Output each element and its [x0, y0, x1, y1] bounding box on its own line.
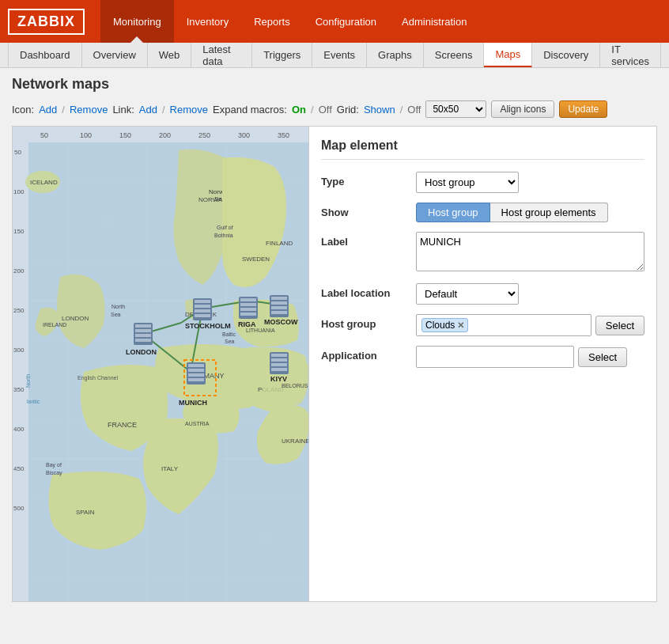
clouds-tag-remove[interactable]: ✕	[457, 320, 464, 331]
nav-monitoring[interactable]: Monitoring	[100, 0, 174, 43]
map-area[interactable]: 50 100 150 200 250 300 350 50 100 150 20…	[13, 127, 309, 601]
label-textarea[interactable]	[416, 232, 644, 271]
icon-remove-link[interactable]: Remove	[70, 104, 108, 116]
tab-dashboard[interactable]: Dashboard	[8, 43, 82, 67]
show-host-group-elements-btn[interactable]: Host group elements	[490, 203, 608, 222]
svg-text:100: 100	[80, 131, 92, 139]
application-input[interactable]	[416, 346, 574, 368]
show-row: Show Host group Host group elements	[321, 203, 644, 222]
nav-inventory[interactable]: Inventory	[174, 0, 241, 43]
svg-text:Baltic: Baltic	[222, 331, 236, 337]
tab-graphs[interactable]: Graphs	[367, 43, 424, 67]
logo: ZABBIX	[8, 9, 85, 35]
grid-off-link[interactable]: Off	[407, 104, 421, 116]
expand-off-link[interactable]: Off	[319, 104, 332, 116]
show-toggle-group: Host group Host group elements	[416, 203, 644, 222]
type-control: Host group Host Trigger Image Map	[416, 172, 644, 193]
link-sep: /	[162, 104, 165, 116]
svg-rect-89	[240, 308, 256, 311]
type-row: Type Host group Host Trigger Image Map	[321, 172, 644, 193]
tab-web[interactable]: Web	[148, 43, 192, 67]
application-input-row: Select	[416, 346, 644, 368]
svg-text:ITALY: ITALY	[161, 465, 179, 472]
expand-macros-label: Expand macros:	[213, 104, 287, 116]
svg-text:100: 100	[13, 188, 25, 195]
svg-rect-90	[240, 313, 256, 316]
align-icons-button[interactable]: Align icons	[491, 100, 554, 118]
link-remove-link[interactable]: Remove	[170, 104, 208, 116]
update-button[interactable]: Update	[559, 100, 607, 118]
link-toolbar-label: Link:	[112, 104, 134, 116]
svg-text:150: 150	[13, 228, 25, 235]
svg-text:SPAIN: SPAIN	[76, 509, 95, 516]
grid-shown-link[interactable]: Shown	[364, 104, 395, 116]
svg-rect-99	[271, 354, 287, 357]
svg-rect-94	[271, 301, 287, 305]
svg-rect-87	[240, 298, 256, 301]
svg-text:IRELAND: IRELAND	[43, 322, 66, 328]
svg-rect-107	[188, 369, 204, 372]
tab-latest-data[interactable]: Latest data	[191, 43, 252, 67]
tab-it-services[interactable]: IT services	[600, 43, 661, 67]
application-label: Application	[321, 346, 408, 362]
host-group-input[interactable]: Clouds ✕	[416, 314, 592, 336]
svg-text:STOCKHOLM: STOCKHOLM	[185, 322, 231, 330]
right-panel: Map element Type Host group Host Trigger…	[309, 127, 656, 601]
host-group-input-row: Clouds ✕ Select	[416, 314, 644, 336]
host-group-row: Host group Clouds ✕ Select	[321, 314, 644, 336]
svg-text:North: North	[112, 304, 125, 309]
tab-discovery[interactable]: Discovery	[532, 43, 600, 67]
svg-rect-82	[195, 305, 210, 308]
link-add-link[interactable]: Add	[139, 104, 157, 116]
nav-administration[interactable]: Administration	[389, 0, 479, 43]
type-select[interactable]: Host group Host Trigger Image Map	[416, 172, 519, 193]
nav-configuration[interactable]: Configuration	[303, 0, 389, 43]
svg-text:300: 300	[13, 347, 25, 354]
svg-rect-93	[271, 297, 287, 300]
label-location-select[interactable]: Default Top Bottom Left Right	[416, 283, 519, 305]
label-label: Label	[321, 232, 408, 248]
clouds-tag: Clouds ✕	[421, 318, 468, 332]
icon-add-link[interactable]: Add	[39, 104, 57, 116]
host-group-select-btn[interactable]: Select	[595, 316, 644, 335]
main-area: 50 100 150 200 250 300 350 50 100 150 20…	[12, 126, 657, 602]
svg-text:150: 150	[119, 131, 131, 139]
tab-triggers[interactable]: Triggers	[252, 43, 312, 67]
label-location-label: Label location	[321, 283, 408, 299]
svg-text:Bothnia: Bothnia	[214, 233, 233, 238]
svg-rect-76	[135, 329, 151, 332]
svg-text:North: North	[25, 374, 31, 388]
svg-text:LITHUANIA: LITHUANIA	[246, 328, 275, 333]
svg-rect-106	[188, 364, 204, 367]
svg-text:250: 250	[13, 307, 25, 314]
top-nav-items: Monitoring Inventory Reports Configurati…	[100, 0, 479, 43]
svg-text:LONDON: LONDON	[62, 315, 89, 322]
svg-text:BELORUSSIA: BELORUSSIA	[282, 383, 309, 388]
tab-overview[interactable]: Overview	[82, 43, 148, 67]
svg-text:50: 50	[40, 131, 48, 139]
show-host-group-btn[interactable]: Host group	[416, 203, 490, 222]
svg-text:LONDON: LONDON	[126, 348, 157, 356]
svg-text:English Channel: English Channel	[77, 375, 118, 381]
svg-text:500: 500	[13, 505, 25, 512]
svg-text:MOSCOW: MOSCOW	[264, 318, 298, 326]
svg-rect-83	[195, 309, 210, 313]
application-control: Select	[416, 346, 644, 368]
svg-text:FRANCE: FRANCE	[108, 421, 137, 429]
svg-text:Biscay: Biscay	[46, 470, 62, 476]
expand-sep: /	[311, 104, 314, 116]
grid-size-select[interactable]: 50x50 25x25 75x75 100x100	[425, 100, 486, 118]
nav-reports[interactable]: Reports	[241, 0, 303, 43]
expand-on-link[interactable]: On	[292, 104, 306, 116]
tab-screens[interactable]: Screens	[424, 43, 485, 67]
svg-rect-101	[271, 363, 287, 366]
svg-text:50: 50	[14, 149, 21, 156]
tab-maps[interactable]: Maps	[484, 43, 532, 67]
page-title: Network maps	[12, 76, 657, 93]
svg-text:200: 200	[13, 267, 25, 275]
application-select-btn[interactable]: Select	[578, 347, 627, 367]
svg-text:300: 300	[238, 131, 250, 139]
svg-rect-96	[271, 311, 287, 314]
tab-events[interactable]: Events	[312, 43, 367, 67]
svg-text:350: 350	[278, 131, 289, 139]
